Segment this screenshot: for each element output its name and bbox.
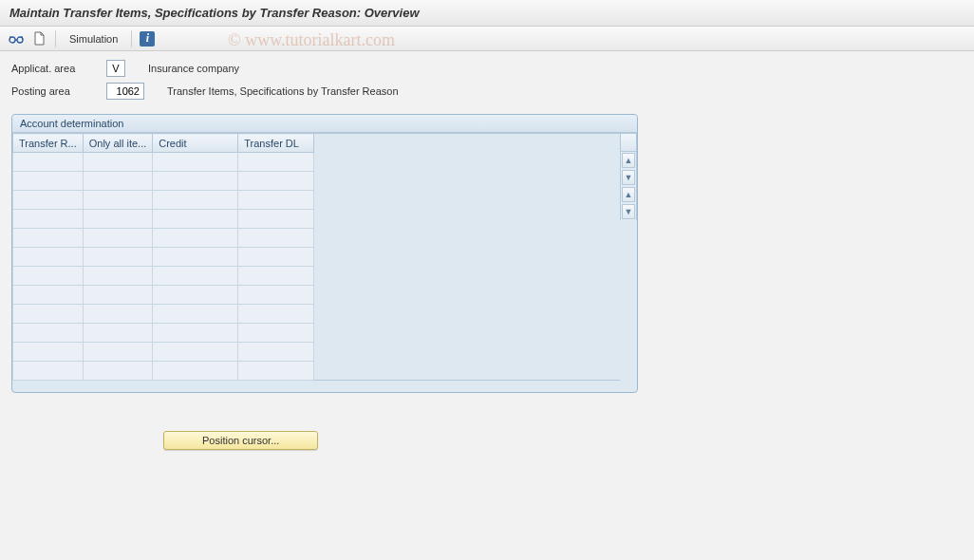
table-cell[interactable] bbox=[13, 248, 84, 267]
table-cell[interactable] bbox=[238, 153, 314, 172]
table-cell[interactable] bbox=[153, 362, 238, 381]
posting-area-input[interactable] bbox=[106, 83, 144, 100]
simulation-button[interactable]: Simulation bbox=[64, 31, 123, 47]
table-spacer bbox=[314, 133, 620, 381]
table-row[interactable] bbox=[13, 153, 314, 172]
table-cell[interactable] bbox=[83, 362, 153, 381]
position-cursor-button[interactable]: Position cursor... bbox=[163, 431, 318, 450]
table-cell[interactable] bbox=[13, 191, 84, 210]
applic-area-row: Applicat. area Insurance company bbox=[11, 59, 963, 78]
table-right-col: ▲ ▼ ▲ ▼ bbox=[620, 133, 637, 381]
table-row[interactable] bbox=[13, 343, 314, 362]
table-row[interactable] bbox=[13, 267, 314, 286]
table-cell[interactable] bbox=[83, 153, 153, 172]
table-row[interactable] bbox=[13, 286, 314, 305]
table-cell[interactable] bbox=[83, 286, 153, 305]
scroll-up-icon[interactable]: ▲ bbox=[622, 153, 635, 168]
table-cell[interactable] bbox=[83, 172, 153, 191]
table-cell[interactable] bbox=[83, 267, 153, 286]
account-table: Transfer R... Only all ite... Credit Tra… bbox=[12, 133, 314, 381]
col-only-all[interactable]: Only all ite... bbox=[83, 134, 153, 153]
table-cell[interactable] bbox=[153, 343, 238, 362]
applic-area-label: Applicat. area bbox=[11, 63, 106, 74]
table-cell[interactable] bbox=[83, 305, 153, 324]
scroll-down-icon[interactable]: ▼ bbox=[622, 170, 635, 185]
toolbar-separator bbox=[55, 30, 56, 47]
account-determination-panel: Account determination Transfer R... Only… bbox=[11, 114, 638, 393]
table-cell[interactable] bbox=[83, 343, 153, 362]
table-cell[interactable] bbox=[13, 305, 84, 324]
button-row: Position cursor... bbox=[11, 431, 963, 450]
col-transfer-dl[interactable]: Transfer DL bbox=[238, 134, 314, 153]
table-cell[interactable] bbox=[83, 229, 153, 248]
table-cell[interactable] bbox=[153, 210, 238, 229]
col-transfer-r[interactable]: Transfer R... bbox=[13, 134, 84, 153]
table-cell[interactable] bbox=[153, 191, 238, 210]
table-cell[interactable] bbox=[238, 210, 314, 229]
posting-area-label: Posting area bbox=[11, 85, 106, 97]
select-all-corner[interactable] bbox=[620, 133, 637, 152]
table-header-row: Transfer R... Only all ite... Credit Tra… bbox=[13, 134, 314, 153]
table-cell[interactable] bbox=[238, 267, 314, 286]
info-icon[interactable]: i bbox=[140, 31, 155, 47]
table-row[interactable] bbox=[13, 191, 314, 210]
table-cell[interactable] bbox=[13, 324, 84, 343]
glasses-icon[interactable] bbox=[8, 30, 25, 47]
table-cell[interactable] bbox=[83, 191, 153, 210]
table-cell[interactable] bbox=[13, 362, 84, 381]
applic-area-input[interactable] bbox=[106, 60, 125, 77]
table-cell[interactable] bbox=[13, 210, 84, 229]
page-title: Maintain Transfer Items, Specifications … bbox=[0, 0, 974, 27]
table-cell[interactable] bbox=[238, 286, 314, 305]
table-cell[interactable] bbox=[238, 324, 314, 343]
table-cell[interactable] bbox=[153, 153, 238, 172]
table-cell[interactable] bbox=[238, 172, 314, 191]
table-row[interactable] bbox=[13, 172, 314, 191]
toolbar-separator bbox=[131, 30, 132, 47]
col-credit[interactable]: Credit bbox=[153, 134, 238, 153]
table-cell[interactable] bbox=[13, 343, 84, 362]
table-row[interactable] bbox=[13, 362, 314, 381]
panel-title: Account determination bbox=[12, 115, 637, 133]
table-cell[interactable] bbox=[153, 267, 238, 286]
table-row[interactable] bbox=[13, 210, 314, 229]
table-row[interactable] bbox=[13, 305, 314, 324]
table-row[interactable] bbox=[13, 324, 314, 343]
table-cell[interactable] bbox=[83, 248, 153, 267]
table-cell[interactable] bbox=[13, 172, 84, 191]
table-cell[interactable] bbox=[153, 229, 238, 248]
scroll-down-bottom-icon[interactable]: ▼ bbox=[622, 204, 635, 219]
table-cell[interactable] bbox=[13, 229, 84, 248]
table-cell[interactable] bbox=[13, 267, 84, 286]
table-cell[interactable] bbox=[238, 191, 314, 210]
table-row[interactable] bbox=[13, 229, 314, 248]
table-cell[interactable] bbox=[238, 305, 314, 324]
content-area: Applicat. area Insurance company Posting… bbox=[0, 51, 974, 457]
new-page-icon[interactable] bbox=[30, 30, 47, 47]
table-row[interactable] bbox=[13, 248, 314, 267]
table-cell[interactable] bbox=[13, 153, 84, 172]
table-cell[interactable] bbox=[153, 324, 238, 343]
table-cell[interactable] bbox=[83, 210, 153, 229]
toolbar: Simulation i bbox=[0, 27, 974, 51]
scroll-up-bottom-icon[interactable]: ▲ bbox=[622, 187, 635, 202]
table-cell[interactable] bbox=[153, 286, 238, 305]
table-cell[interactable] bbox=[238, 229, 314, 248]
posting-area-desc: Transfer Items, Specifications by Transf… bbox=[167, 85, 399, 97]
applic-area-desc: Insurance company bbox=[148, 63, 239, 74]
vertical-scrollbar: ▲ ▼ ▲ ▼ bbox=[620, 152, 637, 220]
table-cell[interactable] bbox=[153, 248, 238, 267]
table-cell[interactable] bbox=[83, 324, 153, 343]
table-cell[interactable] bbox=[238, 362, 314, 381]
table-cell[interactable] bbox=[153, 172, 238, 191]
posting-area-row: Posting area Transfer Items, Specificati… bbox=[11, 82, 963, 101]
table-cell[interactable] bbox=[153, 305, 238, 324]
table-cell[interactable] bbox=[238, 248, 314, 267]
table-cell[interactable] bbox=[13, 286, 84, 305]
table-container: Transfer R... Only all ite... Credit Tra… bbox=[12, 133, 637, 381]
table-cell[interactable] bbox=[238, 343, 314, 362]
